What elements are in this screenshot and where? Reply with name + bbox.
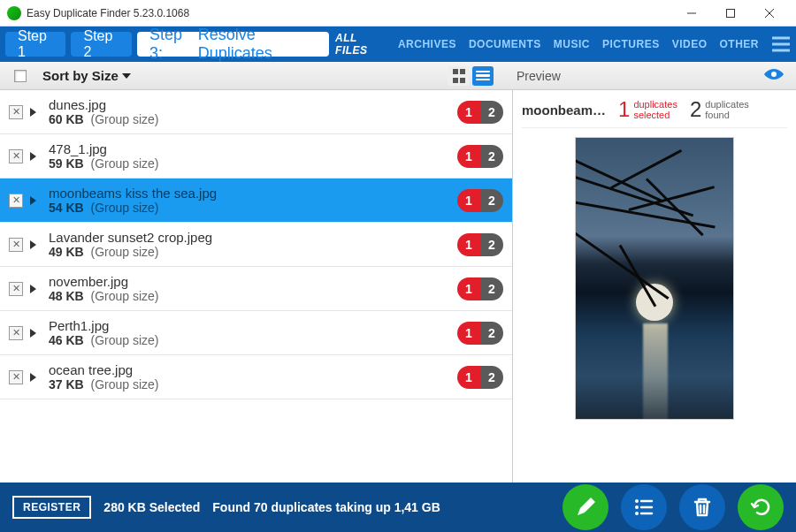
found-summary-label: Found 70 duplicates taking up 1,41 GB: [212, 500, 440, 514]
filter-pictures[interactable]: PICTURES: [596, 27, 666, 62]
file-row[interactable]: ✕november.jpg48 KB (Group size)12: [0, 267, 512, 311]
filter-documents[interactable]: DOCUMENTS: [463, 27, 547, 62]
sort-by-label: Sort by Size: [42, 68, 119, 83]
preview-toggle-button[interactable]: [762, 67, 785, 84]
preview-pane: moonbeam… 1 duplicatesselected 2 duplica…: [513, 90, 796, 483]
expand-icon[interactable]: [30, 285, 36, 293]
remove-icon[interactable]: ✕: [9, 194, 23, 208]
navbar: Step 1 Step 2 Step 3: Resolve Duplicates…: [0, 27, 796, 62]
svg-point-12: [635, 512, 639, 515]
remove-icon[interactable]: ✕: [9, 326, 23, 340]
expand-icon[interactable]: [30, 240, 36, 249]
svg-point-10: [635, 505, 639, 509]
filter-video[interactable]: VIDEO: [666, 27, 714, 62]
tab-step-1[interactable]: Step 1: [5, 32, 65, 57]
app-logo-icon: [7, 6, 21, 20]
duplicate-count-pill[interactable]: 12: [457, 189, 503, 212]
file-name: november.jpg: [49, 274, 450, 289]
file-row[interactable]: ✕Lavander sunset2 crop.jpeg49 KB (Group …: [0, 223, 512, 267]
file-row[interactable]: ✕dunes.jpg60 KB (Group size)12: [0, 90, 512, 134]
expand-icon[interactable]: [30, 373, 36, 382]
edit-fab-button[interactable]: [563, 484, 608, 530]
toolbar: Sort by Size Preview: [0, 62, 796, 90]
file-row[interactable]: ✕478_1.jpg59 KB (Group size)12: [0, 134, 512, 179]
file-size: 59 KB (Group size): [49, 156, 450, 171]
duplicate-count-pill[interactable]: 12: [457, 277, 503, 300]
footer: REGISTER 280 KB Selected Found 70 duplic…: [0, 483, 796, 532]
remove-icon[interactable]: ✕: [9, 105, 23, 119]
file-list[interactable]: ✕dunes.jpg60 KB (Group size)12✕478_1.jpg…: [0, 90, 513, 483]
chevron-down-icon: [122, 73, 131, 79]
file-size: 48 KB (Group size): [49, 289, 450, 303]
expand-icon[interactable]: [30, 152, 36, 161]
close-button[interactable]: [750, 0, 789, 27]
filter-archives[interactable]: ARCHIVES: [392, 27, 463, 62]
file-row[interactable]: ✕moonbeams kiss the sea.jpg54 KB (Group …: [0, 179, 512, 223]
expand-icon[interactable]: [30, 108, 36, 117]
select-all-checkbox[interactable]: [14, 70, 27, 82]
register-button[interactable]: REGISTER: [12, 496, 91, 519]
file-size: 37 KB (Group size): [49, 377, 450, 391]
file-size: 46 KB (Group size): [49, 333, 450, 347]
list-view-button[interactable]: [472, 66, 494, 86]
remove-icon[interactable]: ✕: [9, 238, 23, 252]
duplicate-count-pill[interactable]: 12: [457, 322, 503, 345]
undo-fab-button[interactable]: [738, 484, 784, 530]
duplicate-count-pill[interactable]: 12: [457, 233, 503, 256]
file-name: dunes.jpg: [49, 97, 450, 112]
svg-point-7: [771, 72, 777, 77]
remove-icon[interactable]: ✕: [9, 282, 23, 296]
window-title: Easy Duplicate Finder 5.23.0.1068: [27, 7, 189, 19]
selected-size-label: 280 KB Selected: [103, 500, 200, 514]
duplicate-count-pill[interactable]: 12: [457, 145, 503, 168]
file-row[interactable]: ✕ocean tree.jpg37 KB (Group size)12: [0, 355, 512, 399]
tab-step-2[interactable]: Step 2: [71, 32, 131, 57]
filter-all-files[interactable]: ALL FILES: [329, 27, 392, 62]
delete-fab-button[interactable]: [679, 484, 725, 530]
menu-button[interactable]: [765, 27, 796, 62]
expand-icon[interactable]: [30, 329, 36, 338]
filter-other[interactable]: OTHER: [714, 27, 766, 62]
file-name: Lavander sunset2 crop.jpeg: [49, 230, 450, 245]
file-row[interactable]: ✕Perth1.jpg46 KB (Group size)12: [0, 311, 512, 355]
file-name: 478_1.jpg: [49, 141, 450, 156]
step3-label: Step 3:: [149, 26, 194, 63]
file-name: moonbeams kiss the sea.jpg: [49, 186, 450, 201]
tab-step-3[interactable]: Step 3: Resolve Duplicates: [137, 32, 329, 57]
expand-icon[interactable]: [30, 196, 36, 205]
file-size: 60 KB (Group size): [49, 112, 450, 126]
maximize-button[interactable]: [711, 0, 750, 27]
sort-by-dropdown[interactable]: Sort by Size: [42, 68, 131, 83]
remove-icon[interactable]: ✕: [9, 370, 23, 384]
file-size: 49 KB (Group size): [49, 245, 450, 259]
remove-icon[interactable]: ✕: [9, 149, 23, 163]
duplicates-found-stat: 2 duplicatesfound: [690, 97, 749, 122]
preview-filename: moonbeam…: [522, 103, 606, 118]
duplicate-count-pill[interactable]: 12: [457, 366, 503, 389]
duplicate-count-pill[interactable]: 12: [457, 101, 503, 124]
duplicates-selected-stat: 1 duplicatesselected: [618, 97, 677, 122]
filter-music[interactable]: MUSIC: [547, 27, 596, 62]
file-size: 54 KB (Group size): [49, 201, 450, 215]
preview-header-label: Preview: [517, 69, 561, 83]
svg-rect-1: [727, 9, 735, 17]
grid-view-button[interactable]: [448, 66, 469, 86]
step3-desc: Resolve Duplicates: [198, 26, 317, 63]
file-name: Perth1.jpg: [49, 318, 450, 333]
file-name: ocean tree.jpg: [49, 362, 450, 377]
titlebar: Easy Duplicate Finder 5.23.0.1068: [0, 0, 796, 27]
preview-image: [575, 137, 734, 420]
svg-point-8: [635, 499, 639, 503]
minimize-button[interactable]: [672, 0, 711, 27]
list-fab-button[interactable]: [621, 484, 667, 530]
